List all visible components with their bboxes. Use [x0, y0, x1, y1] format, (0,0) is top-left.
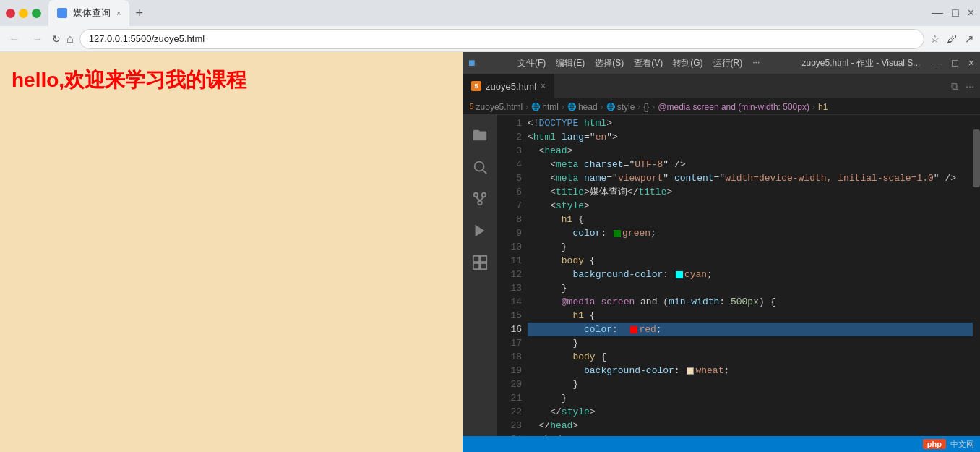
svg-line-6	[480, 197, 484, 201]
vscode-tab-actions: ⧉ ···	[951, 74, 980, 98]
vscode-title-filename: zuoye5.html - 作业 - Visual S...	[801, 57, 920, 69]
vscode-panel: ■ 文件(F) 编辑(E) 选择(S) 查看(V) 转到(G) 运行(R) ··…	[463, 52, 980, 452]
home-button[interactable]: ⌂	[66, 33, 74, 46]
bc-media[interactable]: @media screen and (min-width: 500px)	[658, 102, 809, 112]
vscode-maximize-btn[interactable]: □	[952, 57, 958, 69]
profile-icon[interactable]: 🖊	[947, 33, 958, 45]
svg-point-2	[474, 193, 478, 197]
vscode-close-btn[interactable]: ×	[968, 57, 974, 69]
main-area: hello,欢迎来学习我的课程 ■ 文件(F) 编辑(E) 选择(S) 查看(V…	[0, 52, 980, 452]
address-input[interactable]	[89, 33, 915, 44]
vscode-tab-active[interactable]: 5 zuoye5.html ×	[463, 74, 555, 98]
chrome-minimize-win[interactable]: —	[932, 7, 943, 20]
code-editor[interactable]: <!DOCTYPE html> <html lang="en"> <head> …	[528, 115, 973, 436]
bc-head[interactable]: 🌐 head	[567, 102, 598, 112]
svg-point-0	[475, 162, 484, 171]
vscode-menus: 文件(F) 编辑(E) 选择(S) 查看(V) 转到(G) 运行(R) ···	[517, 57, 760, 69]
bc-sep-4: ›	[637, 102, 640, 112]
chrome-tab-bar: 媒体查询 × +	[48, 0, 149, 26]
vscode-title-left: ■	[468, 56, 476, 69]
forward-button[interactable]: →	[29, 31, 46, 47]
editor-scrollbar-thumb[interactable]	[973, 129, 980, 187]
svg-marker-7	[476, 225, 485, 237]
vscode-body: 1 2 3 4 5 6 7 8 9 10 11 12 13 14 15 16 1	[463, 115, 980, 436]
menu-select[interactable]: 选择(S)	[595, 57, 624, 69]
menu-goto[interactable]: 转到(G)	[673, 57, 702, 69]
chrome-window-controls: — □ ×	[932, 7, 974, 20]
chrome-maximize-btn[interactable]	[32, 9, 41, 18]
bc-html-icon: 5	[470, 103, 474, 111]
chrome-close-win[interactable]: ×	[968, 7, 974, 20]
menu-edit[interactable]: 编辑(E)	[556, 57, 585, 69]
address-bar: ← → ↻ ⌂ ☆ 🖊 ↗	[0, 26, 980, 52]
menu-run[interactable]: 运行(R)	[713, 57, 743, 69]
new-tab-button[interactable]: +	[129, 0, 149, 26]
back-button[interactable]: ←	[6, 31, 23, 47]
bc-html-tag-icon: 🌐	[531, 103, 540, 111]
tab-close-btn[interactable]: ×	[116, 9, 121, 17]
bookmark-icon[interactable]: ☆	[930, 33, 940, 46]
vscode-tabs: 5 zuoye5.html × ⧉ ···	[463, 74, 980, 99]
chrome-minimize-btn[interactable]	[19, 9, 28, 18]
svg-line-1	[483, 170, 486, 174]
chrome-tab-active[interactable]: 媒体查询 ×	[48, 0, 129, 26]
chrome-traffic-lights	[6, 9, 41, 18]
menu-file[interactable]: 文件(F)	[517, 57, 546, 69]
vscode-statusbar: php 中文网	[463, 436, 980, 452]
tab-favicon	[57, 8, 67, 18]
activity-debug-icon[interactable]	[465, 216, 494, 245]
bc-braces[interactable]: {}	[643, 102, 649, 112]
vscode-titlebar: ■ 文件(F) 编辑(E) 选择(S) 查看(V) 转到(G) 运行(R) ··…	[463, 52, 980, 74]
bc-style[interactable]: 🌐 style	[606, 102, 635, 112]
address-bar-icons: ☆ 🖊 ↗	[930, 33, 974, 46]
editor-area: 1 2 3 4 5 6 7 8 9 10 11 12 13 14 15 16 1	[497, 115, 980, 436]
bc-head-icon: 🌐	[567, 103, 576, 111]
chrome-close-btn[interactable]	[6, 9, 15, 18]
vscode-win-controls: — □ ×	[932, 57, 974, 69]
bc-sep-5: ›	[652, 102, 655, 112]
svg-rect-10	[481, 263, 486, 269]
activity-files-icon[interactable]	[465, 121, 494, 150]
line-numbers-gutter: 1 2 3 4 5 6 7 8 9 10 11 12 13 14 15 16 1	[497, 115, 528, 436]
vscode-tab-filename: zuoye5.html	[486, 81, 536, 92]
vscode-logo-icon: ■	[468, 56, 476, 69]
bc-sep-1: ›	[525, 102, 528, 112]
share-icon[interactable]: ↗	[965, 33, 974, 46]
menu-view[interactable]: 查看(V)	[634, 57, 663, 69]
svg-line-5	[476, 197, 481, 201]
tab-title: 媒体查询	[73, 7, 111, 20]
editor-scrollbar[interactable]	[973, 115, 980, 436]
bc-h1[interactable]: h1	[818, 102, 828, 112]
vscode-tab-close-btn[interactable]: ×	[541, 81, 546, 91]
svg-point-3	[482, 193, 486, 197]
chrome-bar: 媒体查询 × + — □ ×	[0, 0, 980, 26]
bc-sep-2: ›	[562, 102, 564, 112]
bc-sep-6: ›	[812, 102, 815, 112]
split-editor-icon[interactable]: ⧉	[951, 80, 958, 93]
activity-search-icon[interactable]	[465, 153, 494, 182]
svg-rect-11	[473, 263, 479, 269]
bc-style-icon: 🌐	[606, 103, 615, 111]
html-file-icon: 5	[471, 81, 481, 91]
bc-sep-3: ›	[601, 102, 603, 112]
activity-extensions-icon[interactable]	[465, 248, 494, 277]
more-actions-icon[interactable]: ···	[966, 80, 974, 92]
vscode-breadcrumb: 5 zuoye5.html › 🌐 html › 🌐 head › 🌐 styl…	[463, 99, 980, 115]
address-bar-wrap[interactable]	[79, 29, 924, 49]
php-badge: php	[923, 439, 946, 449]
svg-rect-9	[481, 256, 486, 262]
activity-bar	[463, 115, 497, 436]
chrome-maximize-win[interactable]: □	[952, 7, 959, 20]
browser-preview: hello,欢迎来学习我的课程	[0, 52, 463, 452]
bc-html[interactable]: 🌐 html	[531, 102, 559, 112]
svg-rect-8	[473, 256, 479, 262]
activity-source-control-icon[interactable]	[465, 184, 494, 213]
vscode-minimize-btn[interactable]: —	[932, 57, 942, 69]
vscode-title-right: zuoye5.html - 作业 - Visual S... — □ ×	[801, 57, 974, 69]
svg-point-4	[478, 201, 482, 205]
menu-more[interactable]: ···	[752, 57, 760, 69]
bc-file[interactable]: 5 zuoye5.html	[470, 102, 523, 112]
refresh-button[interactable]: ↻	[52, 33, 61, 45]
cn-badge: 中文网	[950, 439, 974, 450]
preview-heading: hello,欢迎来学习我的课程	[12, 67, 246, 94]
